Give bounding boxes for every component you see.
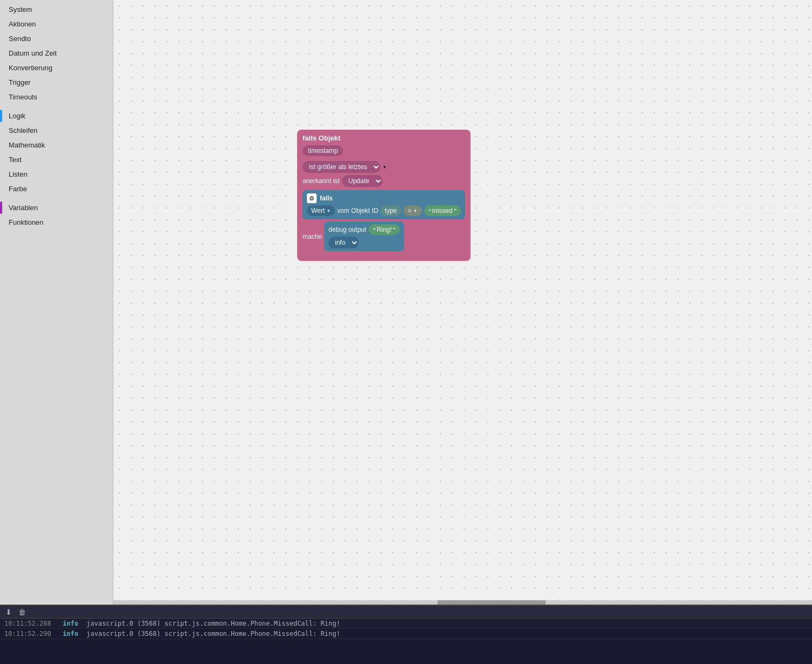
log-level-1: info [63,630,82,638]
log-message-0: javascript.0 (3568) script.js.common.Hom… [86,620,340,627]
anerkannt-select[interactable]: Update [342,175,382,187]
debug-block: debug output ❝ Ring! ❞ info [324,222,404,251]
condition-row: ist größer als letztes ▼ [303,161,465,173]
mache-label: mache [303,233,322,240]
log-timestamp-0: 10:11:52.288 [4,620,58,627]
log-entry-1: 10:11:52.290 info javascript.0 (3568) sc… [0,629,812,639]
sidebar-item-farbe[interactable]: Farbe [0,182,113,196]
sidebar-item-aktionen[interactable]: Aktionen [0,17,113,31]
sidebar-item-schleifen[interactable]: Schleifen [0,123,113,138]
canvas-area[interactable]: falls Objekt timestamp ist größer als le… [113,0,812,605]
condition-arrow: ▼ [382,165,387,170]
sidebar: System Aktionen Sendto Datum und Zeit Ko… [0,0,113,605]
wert-pill[interactable]: Wert ▼ [307,205,335,216]
log-timestamp-1: 10:11:52.290 [4,630,58,638]
mache-section: mache debug output ❝ Ring! ❞ [303,222,465,251]
sidebar-item-text[interactable]: Text [0,152,113,167]
gear-icon[interactable]: ⚙ [307,193,317,203]
falls-objekt-header: falls Objekt [303,134,465,142]
mache-row: mache debug output ❝ Ring! ❞ [303,222,465,251]
main-area: System Aktionen Sendto Datum und Zeit Ko… [0,0,812,605]
log-panel: ⬇ 🗑 10:11:52.288 info javascript.0 (3568… [0,605,812,664]
sidebar-item-trigger[interactable]: Trigger [0,75,113,90]
sidebar-item-sendto[interactable]: Sendto [0,31,113,46]
block-container: falls Objekt timestamp ist größer als le… [297,130,471,261]
anerkannt-label: anerkannt ist [303,177,340,185]
debug-header-row: debug output ❝ Ring! ❞ [328,224,400,235]
log-message-1: javascript.0 (3568) script.js.common.Hom… [86,630,340,638]
inner-falls-header: ⚙ falls [307,193,461,203]
inner-falls-block: ⚙ falls Wert ▼ vom Objekt ID type [303,190,465,219]
condition-full-row: Wert ▼ vom Objekt ID type = ▼ ❝ [307,205,461,216]
sidebar-item-logik[interactable]: Logik [0,109,113,123]
clear-icon[interactable]: 🗑 [16,607,28,618]
log-toolbar: ⬇ 🗑 [0,606,812,619]
sidebar-item-konvertierung[interactable]: Konvertierung [0,61,113,75]
sidebar-item-mathematik[interactable]: Mathematik [0,138,113,152]
sidebar-item-funktionen[interactable]: Funktionen [0,215,113,230]
type-pill: type [380,205,401,216]
log-entries: 10:11:52.288 info javascript.0 (3568) sc… [0,619,812,664]
sidebar-divider-1 [0,104,113,109]
sidebar-divider-2 [0,196,113,200]
debug-info-row: info [328,237,400,249]
scrollbar-thumb[interactable] [438,600,546,605]
log-level-0: info [63,620,82,627]
equals-pill[interactable]: = ▼ [404,205,422,216]
sidebar-item-variablen[interactable]: Variablen [0,200,113,215]
timestamp-row: timestamp [303,145,465,159]
timestamp-pill[interactable]: timestamp [303,145,343,156]
vom-label: vom Objekt ID [337,207,378,214]
ring-pill: ❝ Ring! ❞ [368,224,400,235]
info-select[interactable]: info [328,237,359,249]
inner-falls-label: falls [320,194,333,202]
sidebar-item-datum[interactable]: Datum und Zeit [0,46,113,61]
debug-output-label: debug output [328,226,366,233]
sidebar-item-listen[interactable]: Listen [0,167,113,182]
sidebar-item-timeouts[interactable]: Timeouts [0,90,113,104]
sidebar-item-system[interactable]: System [0,2,113,17]
download-icon[interactable]: ⬇ [3,607,14,618]
log-entry-0: 10:11:52.288 info javascript.0 (3568) sc… [0,619,812,629]
block-falls-objekt[interactable]: falls Objekt timestamp ist größer als le… [297,130,471,261]
missed-pill: ❝ missed ❞ [424,205,461,216]
anerkannt-row: anerkannt ist Update [303,175,465,187]
condition-select[interactable]: ist größer als letztes [303,161,380,173]
canvas-scrollbar[interactable] [113,600,812,605]
